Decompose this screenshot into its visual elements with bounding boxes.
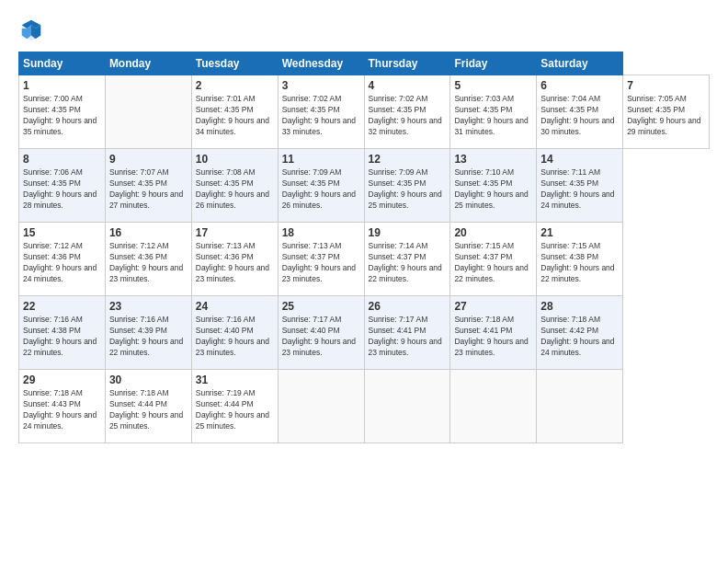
- day-cell-10: 10Sunrise: 7:08 AMSunset: 4:35 PMDayligh…: [191, 149, 278, 223]
- day-cell-12: 12Sunrise: 7:09 AMSunset: 4:35 PMDayligh…: [364, 149, 450, 223]
- day-cell-17: 17Sunrise: 7:13 AMSunset: 4:36 PMDayligh…: [191, 223, 278, 296]
- week-row-2: 8Sunrise: 7:06 AMSunset: 4:35 PMDaylight…: [19, 149, 710, 223]
- day-cell-22: 22Sunrise: 7:16 AMSunset: 4:38 PMDayligh…: [19, 296, 106, 370]
- day-cell-26: 26Sunrise: 7:17 AMSunset: 4:41 PMDayligh…: [364, 296, 450, 370]
- day-cell-16: 16Sunrise: 7:12 AMSunset: 4:36 PMDayligh…: [105, 223, 191, 296]
- header-cell-sunday: Sunday: [19, 52, 106, 75]
- day-cell-23: 23Sunrise: 7:16 AMSunset: 4:39 PMDayligh…: [105, 296, 191, 370]
- page: SundayMondayTuesdayWednesdayThursdayFrid…: [0, 0, 728, 563]
- day-cell-8: 8Sunrise: 7:06 AMSunset: 4:35 PMDaylight…: [19, 149, 106, 223]
- day-cell-20: 20Sunrise: 7:15 AMSunset: 4:37 PMDayligh…: [450, 223, 537, 296]
- header-cell-wednesday: Wednesday: [278, 52, 364, 75]
- header-cell-tuesday: Tuesday: [191, 52, 278, 75]
- header-cell-saturday: Saturday: [537, 52, 623, 75]
- empty-cell: [450, 370, 537, 443]
- week-row-1: 1Sunrise: 7:00 AMSunset: 4:35 PMDaylight…: [19, 75, 710, 149]
- day-cell-11: 11Sunrise: 7:09 AMSunset: 4:35 PMDayligh…: [278, 149, 364, 223]
- day-cell-7: 7Sunrise: 7:05 AMSunset: 4:35 PMDaylight…: [623, 75, 710, 149]
- calendar-table: SundayMondayTuesdayWednesdayThursdayFrid…: [18, 52, 710, 443]
- header-cell-friday: Friday: [450, 52, 537, 75]
- logo-icon: [18, 17, 44, 42]
- day-cell-5: 5Sunrise: 7:03 AMSunset: 4:35 PMDaylight…: [450, 75, 537, 149]
- logo: [18, 17, 48, 42]
- day-cell-4: 4Sunrise: 7:02 AMSunset: 4:35 PMDaylight…: [364, 75, 450, 149]
- day-cell-21: 21Sunrise: 7:15 AMSunset: 4:38 PMDayligh…: [537, 223, 623, 296]
- week-row-5: 29Sunrise: 7:18 AMSunset: 4:43 PMDayligh…: [19, 370, 710, 443]
- week-row-4: 22Sunrise: 7:16 AMSunset: 4:38 PMDayligh…: [19, 296, 710, 370]
- day-cell-9: 9Sunrise: 7:07 AMSunset: 4:35 PMDaylight…: [105, 149, 191, 223]
- day-cell-18: 18Sunrise: 7:13 AMSunset: 4:37 PMDayligh…: [278, 223, 364, 296]
- header-cell-thursday: Thursday: [364, 52, 450, 75]
- empty-cell: [105, 75, 191, 149]
- header: [18, 17, 710, 42]
- day-cell-30: 30Sunrise: 7:18 AMSunset: 4:44 PMDayligh…: [105, 370, 191, 443]
- day-cell-27: 27Sunrise: 7:18 AMSunset: 4:41 PMDayligh…: [450, 296, 537, 370]
- header-row: SundayMondayTuesdayWednesdayThursdayFrid…: [19, 52, 710, 75]
- day-cell-24: 24Sunrise: 7:16 AMSunset: 4:40 PMDayligh…: [191, 296, 278, 370]
- day-cell-28: 28Sunrise: 7:18 AMSunset: 4:42 PMDayligh…: [537, 296, 623, 370]
- day-cell-6: 6Sunrise: 7:04 AMSunset: 4:35 PMDaylight…: [537, 75, 623, 149]
- day-cell-19: 19Sunrise: 7:14 AMSunset: 4:37 PMDayligh…: [364, 223, 450, 296]
- day-cell-14: 14Sunrise: 7:11 AMSunset: 4:35 PMDayligh…: [537, 149, 623, 223]
- day-cell-13: 13Sunrise: 7:10 AMSunset: 4:35 PMDayligh…: [450, 149, 537, 223]
- day-cell-25: 25Sunrise: 7:17 AMSunset: 4:40 PMDayligh…: [278, 296, 364, 370]
- empty-cell: [278, 370, 364, 443]
- day-cell-31: 31Sunrise: 7:19 AMSunset: 4:44 PMDayligh…: [191, 370, 278, 443]
- header-cell-monday: Monday: [105, 52, 191, 75]
- empty-cell: [364, 370, 450, 443]
- day-cell-15: 15Sunrise: 7:12 AMSunset: 4:36 PMDayligh…: [19, 223, 106, 296]
- day-cell-29: 29Sunrise: 7:18 AMSunset: 4:43 PMDayligh…: [19, 370, 106, 443]
- week-row-3: 15Sunrise: 7:12 AMSunset: 4:36 PMDayligh…: [19, 223, 710, 296]
- empty-cell: [537, 370, 623, 443]
- day-cell-1: 1Sunrise: 7:00 AMSunset: 4:35 PMDaylight…: [19, 75, 106, 149]
- day-cell-2: 2Sunrise: 7:01 AMSunset: 4:35 PMDaylight…: [191, 75, 278, 149]
- day-cell-3: 3Sunrise: 7:02 AMSunset: 4:35 PMDaylight…: [278, 75, 364, 149]
